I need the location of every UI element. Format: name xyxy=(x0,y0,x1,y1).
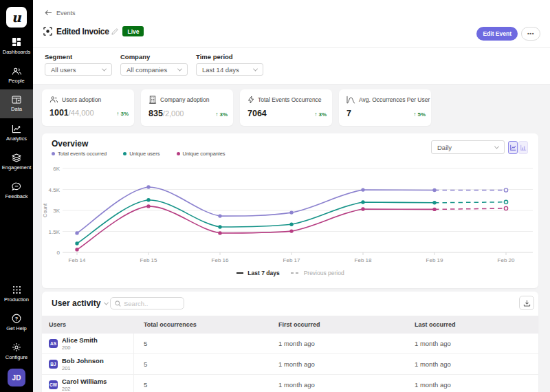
sidebar-item-label: Configure xyxy=(6,354,28,360)
stat-card-company-adoption: Company adoption835/2,000↑ 3% xyxy=(141,89,233,126)
sidebar: u DashboardsPeopleDataAnalyticsEngagemen… xyxy=(0,0,33,392)
dashboards-icon xyxy=(12,37,21,47)
table-row[interactable]: CWCarol Williams20251 month ago1 month a… xyxy=(42,375,538,392)
filter-select-segment[interactable]: All users xyxy=(45,63,112,76)
stat-change: ↑ 3% xyxy=(314,111,327,118)
filter-group-time-period: Time periodLast 14 days xyxy=(196,53,263,84)
help-icon: ? xyxy=(12,314,21,323)
svg-text:4.5K: 4.5K xyxy=(49,187,60,193)
legend-previous-period: Previous period xyxy=(291,270,344,276)
sidebar-nav: DashboardsPeopleDataAnalyticsEngagementF… xyxy=(0,32,33,205)
sidebar-item-label: Engagement xyxy=(2,164,32,171)
download-button[interactable] xyxy=(519,296,534,310)
svg-text:6K: 6K xyxy=(53,166,60,172)
sidebar-item-production[interactable]: Production xyxy=(0,279,33,308)
last-occurred-cell: 1 month ago xyxy=(405,375,538,392)
legend-item[interactable]: Unique users xyxy=(123,151,160,157)
sidebar-item-data[interactable]: Data xyxy=(0,89,33,118)
filter-group-segment: SegmentAll users xyxy=(45,53,112,84)
legend-item[interactable]: Unique companies xyxy=(177,151,226,157)
stat-card-avg-occurrences-per-user: Avg. Occurrences Per User7↑ 5% xyxy=(339,89,431,126)
legend-label: Total events occurred xyxy=(58,151,107,157)
sidebar-item-label: Feedback xyxy=(6,193,28,199)
chevron-down-icon xyxy=(494,144,499,149)
filter-select-value: All companies xyxy=(126,66,167,74)
live-status-badge: Live xyxy=(122,26,144,36)
sidebar-item-get-help[interactable]: ?Get Help xyxy=(0,308,33,337)
svg-text:Feb 17: Feb 17 xyxy=(283,257,300,263)
first-occurred-cell: 1 month ago xyxy=(269,375,405,392)
occurrences-cell: 5 xyxy=(134,375,269,392)
stat-label: Total Events Occurrence xyxy=(258,96,322,103)
overview-title: Overview xyxy=(52,139,88,149)
app-logo[interactable]: u xyxy=(6,7,27,28)
sidebar-item-label: Analytics xyxy=(6,135,27,142)
legend-dot xyxy=(123,152,126,155)
user-name: Alice Smith xyxy=(62,337,98,344)
lightning-icon xyxy=(248,96,254,104)
table-row[interactable]: ASAlice Smith20051 month ago1 month ago xyxy=(42,334,538,354)
svg-text:Feb 19: Feb 19 xyxy=(426,257,443,263)
interval-select[interactable]: Daily xyxy=(431,140,505,154)
column-header-users: Users xyxy=(42,316,134,334)
stat-total: /44,000 xyxy=(69,109,94,117)
column-header-first-occurred: First occurred xyxy=(269,316,405,334)
sidebar-item-label: Get Help xyxy=(6,325,27,331)
avatar: AS xyxy=(49,339,58,348)
sidebar-item-analytics[interactable]: Analytics xyxy=(0,118,33,147)
svg-text:Feb 20: Feb 20 xyxy=(498,257,515,263)
breadcrumb-events[interactable]: Events xyxy=(45,9,76,17)
chart-type-toggle xyxy=(508,141,528,154)
edit-title-pencil-icon[interactable] xyxy=(111,28,118,35)
edit-event-button[interactable]: Edit Event xyxy=(476,27,518,41)
filter-label: Company xyxy=(120,53,188,61)
sidebar-item-label: Data xyxy=(11,106,22,112)
sidebar-item-label: Production xyxy=(4,296,29,303)
first-occurred-cell: 1 month ago xyxy=(269,354,405,374)
chevron-down-icon xyxy=(102,66,107,71)
occurrences-cell: 5 xyxy=(134,354,269,374)
filter-select-time-period[interactable]: Last 14 days xyxy=(196,63,263,76)
sidebar-footer-nav: Production?Get HelpConfigure xyxy=(0,279,33,366)
chart-legend: Total events occurredUnique usersUnique … xyxy=(52,151,226,157)
sidebar-item-feedback[interactable]: Feedback xyxy=(0,176,33,205)
filter-select-company[interactable]: All companies xyxy=(120,63,188,76)
filter-select-value: Last 14 days xyxy=(202,66,239,74)
gear-icon xyxy=(12,342,21,352)
table-row[interactable]: BJBob Johnson20151 month ago1 month ago xyxy=(42,354,538,375)
more-options-button[interactable]: ••• xyxy=(521,27,540,41)
stat-value: 1001 xyxy=(50,108,69,118)
svg-text:3K: 3K xyxy=(53,208,60,214)
bar-chart-toggle[interactable] xyxy=(518,141,528,154)
user-avatar[interactable]: JD xyxy=(8,369,25,386)
last-occurred-cell: 1 month ago xyxy=(405,334,538,353)
first-occurred-cell: 1 month ago xyxy=(269,334,405,353)
sidebar-item-dashboards[interactable]: Dashboards xyxy=(0,32,33,61)
legend-item[interactable]: Total events occurred xyxy=(52,151,107,157)
filter-label: Segment xyxy=(45,53,112,61)
back-arrow-icon[interactable] xyxy=(45,9,52,17)
stat-label: Users adoption xyxy=(62,96,101,103)
distribution-icon xyxy=(346,96,355,104)
stats-row: Users adoption1001/44,000↑ 3%Company ado… xyxy=(42,89,538,126)
chevron-down-icon xyxy=(104,300,109,305)
legend-label: Unique users xyxy=(129,151,160,157)
column-header-total-occurrences: Total occurrences xyxy=(134,316,269,334)
sidebar-item-engagement[interactable]: Engagement xyxy=(0,147,33,176)
building-icon xyxy=(148,96,157,104)
user-name: Carol Williams xyxy=(62,378,107,385)
user-activity-dropdown[interactable]: User activity xyxy=(52,298,108,308)
sidebar-item-people[interactable]: People xyxy=(0,61,33,89)
stat-change: ↑ 5% xyxy=(413,111,426,118)
stat-label: Avg. Occurrences Per User xyxy=(359,96,430,103)
user-id: 200 xyxy=(62,345,98,351)
chevron-down-icon xyxy=(253,66,258,71)
user-activity-title: User activity xyxy=(52,298,100,308)
line-chart-toggle[interactable] xyxy=(508,141,518,154)
search-input[interactable] xyxy=(124,300,172,307)
stat-change: ↑ 3% xyxy=(215,111,228,118)
people-icon xyxy=(12,67,22,76)
sidebar-item-configure[interactable]: Configure xyxy=(0,337,33,366)
data-icon xyxy=(12,96,21,104)
page-title: Edited Invoice xyxy=(56,27,109,36)
